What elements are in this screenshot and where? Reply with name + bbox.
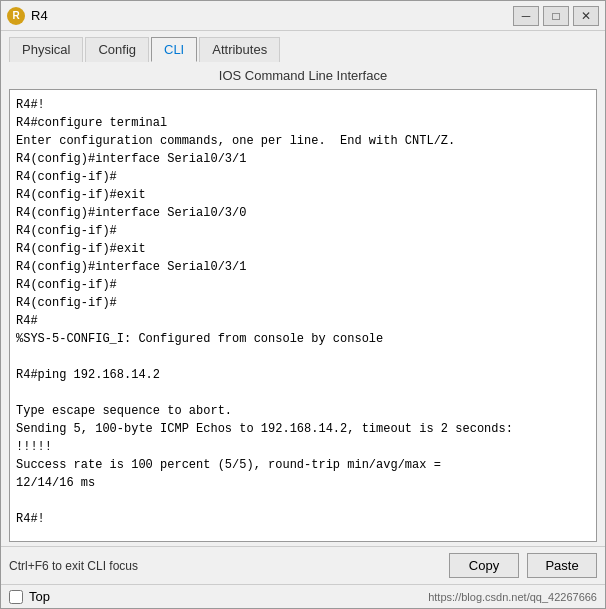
- cli-section-title: IOS Command Line Interface: [1, 62, 605, 89]
- tab-attributes[interactable]: Attributes: [199, 37, 280, 62]
- footer: Top https://blog.csdn.net/qq_42267666: [1, 584, 605, 608]
- window-controls: ─ □ ✕: [513, 6, 599, 26]
- tab-bar: Physical Config CLI Attributes: [1, 31, 605, 62]
- close-button[interactable]: ✕: [573, 6, 599, 26]
- status-text: Ctrl+F6 to exit CLI focus: [9, 559, 441, 573]
- bottom-bar: Ctrl+F6 to exit CLI focus Copy Paste: [1, 546, 605, 584]
- minimize-button[interactable]: ─: [513, 6, 539, 26]
- paste-button[interactable]: Paste: [527, 553, 597, 578]
- top-label: Top: [29, 589, 50, 604]
- top-checkbox-area: Top: [9, 589, 50, 604]
- tab-cli[interactable]: CLI: [151, 37, 197, 62]
- tab-config[interactable]: Config: [85, 37, 149, 62]
- copy-button[interactable]: Copy: [449, 553, 519, 578]
- terminal-container: R4#! R4#configure terminal Enter configu…: [9, 89, 597, 542]
- footer-link: https://blog.csdn.net/qq_42267666: [428, 591, 597, 603]
- top-checkbox[interactable]: [9, 590, 23, 604]
- terminal-output[interactable]: R4#! R4#configure terminal Enter configu…: [10, 90, 596, 541]
- window-title: R4: [31, 8, 513, 23]
- app-icon-letter: R: [12, 10, 19, 21]
- title-bar: R R4 ─ □ ✕: [1, 1, 605, 31]
- restore-button[interactable]: □: [543, 6, 569, 26]
- main-window: R R4 ─ □ ✕ Physical Config CLI Attribute…: [0, 0, 606, 609]
- tab-physical[interactable]: Physical: [9, 37, 83, 62]
- app-icon: R: [7, 7, 25, 25]
